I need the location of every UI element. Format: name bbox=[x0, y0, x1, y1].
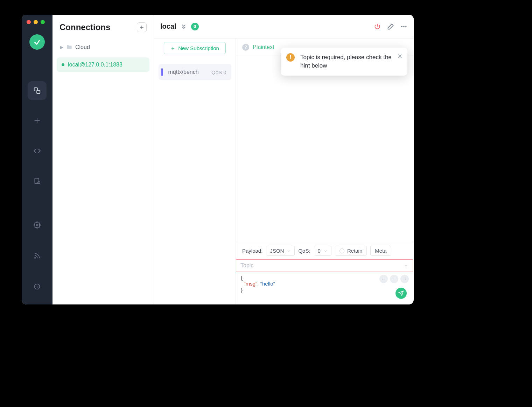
nav-info-icon[interactable] bbox=[28, 277, 47, 296]
chevron-down-icon bbox=[323, 249, 328, 253]
message-count-badge: 0 bbox=[191, 23, 199, 30]
svg-point-9 bbox=[405, 26, 406, 27]
publish-bar: Payload: JSON QoS: 0 Retain bbox=[236, 242, 414, 259]
retain-checkbox[interactable]: Retain bbox=[335, 246, 367, 256]
history-controls: ← − → bbox=[379, 275, 409, 283]
history-prev-button[interactable]: ← bbox=[379, 275, 388, 283]
chevron-down-icon bbox=[287, 249, 291, 253]
svg-point-8 bbox=[403, 26, 404, 27]
nav-connections-icon[interactable] bbox=[28, 81, 47, 100]
payload-type-select[interactable]: JSON bbox=[266, 246, 295, 256]
nav-script-icon[interactable] bbox=[28, 141, 47, 160]
retain-label: Retain bbox=[347, 248, 362, 254]
payload-type-value: JSON bbox=[270, 248, 284, 254]
main-header: local 0 bbox=[154, 15, 414, 38]
meta-button[interactable]: Meta bbox=[370, 246, 391, 256]
topic-placeholder: Topic bbox=[240, 262, 253, 269]
subscriptions-panel: New Subscription mqttx/bench QoS 0 bbox=[154, 15, 236, 304]
radio-icon bbox=[340, 248, 344, 253]
subscription-qos: QoS 0 bbox=[211, 69, 226, 75]
new-subscription-button[interactable]: New Subscription bbox=[164, 42, 226, 54]
qos-label: QoS: bbox=[298, 248, 310, 254]
meta-label: Meta bbox=[375, 248, 386, 254]
subscription-item[interactable]: mqttx/bench QoS 0 bbox=[159, 64, 231, 80]
connection-item[interactable]: local@127.0.0.1:1883 bbox=[57, 57, 149, 72]
folder-label: Cloud bbox=[75, 44, 90, 50]
close-window-button[interactable] bbox=[27, 20, 31, 24]
connections-panel: Connections ▶ Cloud local@127.0.0.1:1883 bbox=[52, 15, 154, 304]
svg-point-5 bbox=[35, 258, 36, 259]
connections-title: Connections bbox=[59, 22, 110, 32]
payload-line: } bbox=[241, 287, 409, 293]
nav-settings-icon[interactable] bbox=[28, 216, 47, 234]
history-clear-button[interactable]: − bbox=[390, 275, 398, 283]
svg-rect-2 bbox=[35, 178, 39, 184]
payload-label: Payload: bbox=[242, 248, 262, 254]
nav-feed-icon[interactable] bbox=[28, 246, 47, 265]
warning-icon: ! bbox=[286, 53, 295, 62]
messages-panel: ? Plaintext Payload: JSON QoS: 0 bbox=[236, 38, 414, 304]
chevron-down-icon bbox=[404, 263, 408, 268]
subscription-topic: mqttx/bench bbox=[168, 69, 199, 75]
payload-editor[interactable]: { "msg": "hello" } ← − → bbox=[236, 272, 414, 304]
nav-new-icon[interactable] bbox=[28, 111, 47, 130]
app-window: Connections ▶ Cloud local@127.0.0.1:1883 bbox=[22, 15, 414, 304]
toast-message: Topic is required, please check the hint… bbox=[300, 53, 393, 70]
send-button[interactable] bbox=[396, 288, 407, 299]
status-dot-icon bbox=[62, 63, 64, 66]
add-connection-button[interactable] bbox=[137, 22, 147, 32]
window-controls bbox=[27, 20, 45, 24]
qos-value: 0 bbox=[318, 248, 321, 254]
disconnect-button[interactable] bbox=[374, 23, 381, 30]
more-button[interactable] bbox=[400, 23, 407, 30]
topic-input[interactable]: Topic bbox=[236, 259, 413, 272]
message-area bbox=[236, 56, 414, 242]
subscription-color-bar bbox=[161, 68, 163, 76]
collapse-button[interactable] bbox=[181, 23, 187, 30]
edit-button[interactable] bbox=[387, 23, 394, 30]
app-logo bbox=[29, 34, 45, 50]
connection-label: local@127.0.0.1:1883 bbox=[68, 62, 122, 68]
maximize-window-button[interactable] bbox=[41, 20, 45, 24]
caret-right-icon: ▶ bbox=[60, 45, 63, 50]
folder-icon bbox=[66, 44, 72, 50]
svg-point-7 bbox=[401, 26, 402, 27]
folder-item[interactable]: ▶ Cloud bbox=[57, 41, 149, 54]
svg-point-4 bbox=[36, 224, 38, 226]
connection-name: local bbox=[160, 22, 176, 30]
new-subscription-label: New Subscription bbox=[178, 45, 219, 51]
qos-select[interactable]: 0 bbox=[314, 246, 331, 256]
warning-toast: ! ✕ Topic is required, please check the … bbox=[281, 48, 407, 76]
nav-log-icon[interactable] bbox=[28, 171, 47, 190]
help-icon[interactable]: ? bbox=[242, 44, 249, 51]
nav-sidebar bbox=[22, 15, 52, 304]
minimize-window-button[interactable] bbox=[34, 20, 38, 24]
toast-close-button[interactable]: ✕ bbox=[397, 52, 402, 60]
payload-format-label[interactable]: Plaintext bbox=[253, 44, 274, 50]
history-next-button[interactable]: → bbox=[400, 275, 409, 283]
